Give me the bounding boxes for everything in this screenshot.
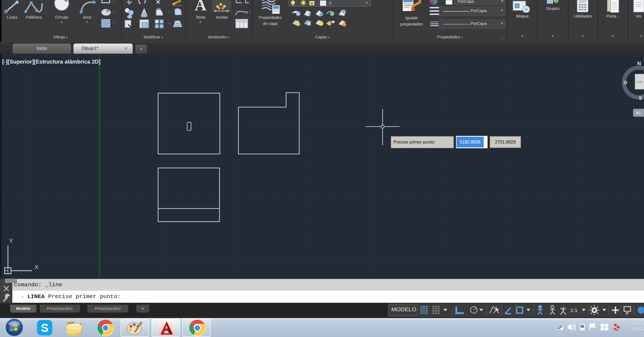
svg-text:N: N xyxy=(637,61,641,66)
svg-text:S: S xyxy=(639,95,642,101)
svg-text:2: 2 xyxy=(626,312,628,316)
svg-text:X: X xyxy=(35,264,39,270)
svg-text:1:1: 1:1 xyxy=(570,307,577,313)
svg-text:SC: SC xyxy=(636,111,641,115)
svg-text:S: S xyxy=(41,321,49,334)
svg-text:O: O xyxy=(623,80,627,85)
svg-text:SUPE: SUPE xyxy=(636,81,643,83)
svg-text:Y: Y xyxy=(9,237,13,244)
